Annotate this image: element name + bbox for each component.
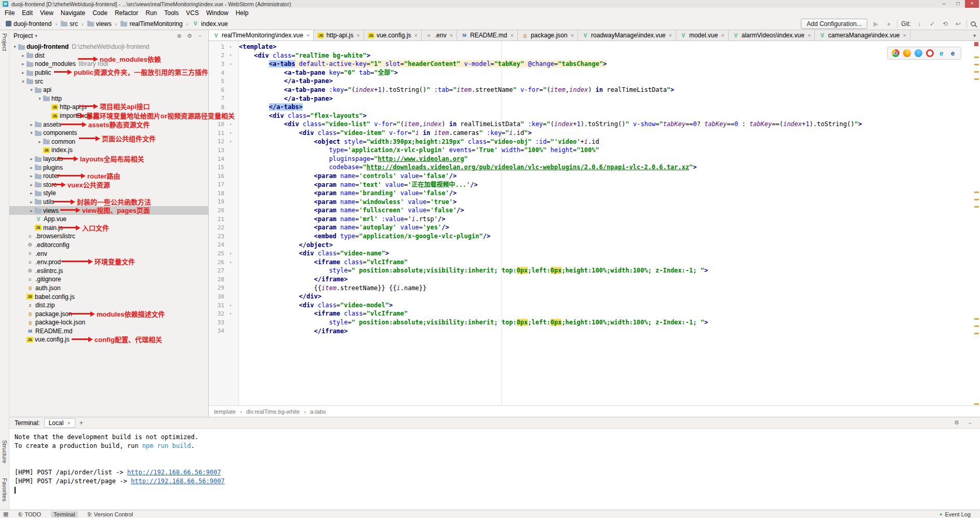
breadcrumb-item[interactable]: src <box>59 20 79 28</box>
tree-item[interactable]: ▸views <box>9 206 208 215</box>
favorites-stripe-button[interactable]: Favorites <box>2 475 8 505</box>
git-update-icon[interactable]: ↓ <box>915 20 924 28</box>
tab-list-dropdown-icon[interactable]: ▾ <box>969 30 980 40</box>
code-line[interactable]: {{item.streetName}} {{i.name}} <box>239 284 973 293</box>
chevron-right-icon[interactable]: ▸ <box>28 165 35 170</box>
menu-file[interactable]: File <box>1 8 18 18</box>
close-icon[interactable]: × <box>571 32 574 38</box>
fold-marker-icon[interactable]: ▾ <box>224 139 237 144</box>
code-line[interactable]: <embed type="application/x-google-vlc-pl… <box>239 232 973 241</box>
terminal-output[interactable]: Note that the development build is not o… <box>9 429 980 495</box>
code-area[interactable]: <template> <div class="realTime bg-white… <box>239 41 973 405</box>
editor-tab[interactable]: VroadwayManage\index.vue× <box>578 30 676 40</box>
code-line[interactable]: <div class="realTime bg-white"> <box>239 51 973 60</box>
fold-marker-icon[interactable]: ▾ <box>224 311 237 316</box>
chevron-right-icon[interactable]: ▸ <box>36 139 43 144</box>
code-line[interactable]: <a-tab-pane :key="(index+1).toString()" … <box>239 86 973 94</box>
tree-item[interactable]: ▾components <box>9 129 208 138</box>
tree-item[interactable]: ≡.env <box>9 249 208 258</box>
event-log-label[interactable]: Event Log <box>945 511 971 517</box>
new-terminal-button[interactable]: + <box>79 419 84 427</box>
code-line[interactable]: </a-tab-pane> <box>239 94 973 103</box>
git-commit-icon[interactable]: ✓ <box>928 20 937 28</box>
code-line[interactable]: <param name='windowless' value='true'> <box>239 198 973 207</box>
chevron-right-icon[interactable]: ▸ <box>28 173 35 179</box>
maximize-button[interactable]: □ <box>951 0 965 8</box>
code-line[interactable]: <div class="flex-layouts"> <box>239 112 973 120</box>
chevron-right-icon[interactable]: ▸ <box>28 182 35 187</box>
code-line[interactable]: <template> <box>239 43 973 51</box>
edge-browser-icon[interactable]: e <box>949 49 957 57</box>
minimize-button[interactable]: – <box>937 0 951 8</box>
code-line[interactable]: style=" position:absolute;visibility:inh… <box>239 318 973 327</box>
tree-item[interactable]: ▾src <box>9 77 208 86</box>
menu-code[interactable]: Code <box>89 8 111 18</box>
terminal-settings-icon[interactable]: ⚙ <box>952 419 961 426</box>
tree-item[interactable]: ⚙.editorconfig <box>9 241 208 250</box>
breadcrumb-item[interactable]: duoji-frontend <box>4 20 53 28</box>
fold-marker-icon[interactable]: ▾ <box>224 251 237 256</box>
safari-browser-icon[interactable] <box>915 49 922 57</box>
chevron-right-icon[interactable]: ▸ <box>28 199 35 205</box>
tool-window-switcher-icon[interactable]: ▦ <box>3 511 8 517</box>
code-line[interactable]: <a-tabs default-active-key="1" slot="hea… <box>239 60 973 69</box>
close-icon[interactable]: × <box>356 32 359 38</box>
code-line[interactable]: </div> <box>239 292 973 301</box>
run-icon[interactable]: ▶ <box>871 20 880 28</box>
chevron-down-icon[interactable]: ▾ <box>36 96 43 101</box>
tree-item[interactable]: ▸store <box>9 181 208 189</box>
tree-item[interactable]: VApp.vue <box>9 215 208 224</box>
fold-marker-icon[interactable]: ▾ <box>224 62 237 66</box>
editor-tab[interactable]: ValarmVideos\index.vue× <box>729 30 815 40</box>
code-line[interactable]: type='application/x-vlc-plugin' events='… <box>239 146 973 155</box>
chevron-down-icon[interactable]: ▾ <box>28 130 35 135</box>
hide-panel-icon[interactable]: − <box>196 33 204 39</box>
editor-breadcrumb-item[interactable]: div.realTime.bg-white <box>246 408 300 415</box>
tree-item[interactable]: ▾http <box>9 94 208 103</box>
code-line[interactable]: <div class="video-name"> <box>239 249 973 258</box>
status-terminal[interactable]: Terminal <box>51 511 78 517</box>
tree-item[interactable]: JSmain.js <box>9 223 208 232</box>
chevron-down-icon[interactable]: ▾ <box>28 87 35 92</box>
fold-marker-icon[interactable]: ▾ <box>224 45 237 49</box>
code-line[interactable]: <param name='mrl' :value='i.rtsp'/> <box>239 215 973 224</box>
code-line[interactable]: <param name='branding' value='false'/> <box>239 189 973 198</box>
editor-tab[interactable]: VrealTimeMonitoring\index.vue× <box>209 30 314 40</box>
fold-marker-icon[interactable]: ▾ <box>224 260 237 265</box>
code-line[interactable]: <iframe class="vlcIframe" <box>239 309 973 318</box>
tree-item[interactable]: ▸common <box>9 138 208 146</box>
chevron-down-icon[interactable]: ▾ <box>11 44 18 49</box>
tree-item[interactable]: JSvue.config.js <box>9 335 208 344</box>
menu-run[interactable]: Run <box>142 8 160 18</box>
close-icon[interactable]: × <box>903 32 906 38</box>
code-line[interactable]: <div class="video-item" v-for="i in item… <box>239 129 973 138</box>
close-icon[interactable]: × <box>306 32 310 38</box>
close-icon[interactable]: × <box>721 32 724 38</box>
tree-item[interactable]: ≡.browserslistrc <box>9 232 208 241</box>
editor-tab[interactable]: Vmodel.vue× <box>676 30 729 40</box>
code-line[interactable]: <div class="video-list" v-for="(item,ind… <box>239 120 973 129</box>
code-line[interactable]: </a-tabs> <box>239 103 973 112</box>
code-line[interactable]: <div class="video-model"> <box>239 301 973 310</box>
chrome-browser-icon[interactable] <box>892 49 900 57</box>
chevron-right-icon[interactable]: ▸ <box>28 156 35 161</box>
code-line[interactable]: <param name='controls' value='false'/> <box>239 172 973 181</box>
code-line[interactable]: <iframe class="vlcIframe" <box>239 258 973 267</box>
code-line[interactable]: <param name='text' value='正在加载视频中...'/> <box>239 181 973 189</box>
close-icon[interactable]: × <box>450 32 453 38</box>
fold-marker-icon[interactable]: ▾ <box>224 114 237 118</box>
tree-item[interactable]: ▾api <box>9 86 208 94</box>
tree-item[interactable]: JSimportExcel.js <box>9 112 208 120</box>
editor-tab[interactable]: ≡.env× <box>422 30 457 40</box>
code-line[interactable]: <param name='autoplay' value='yes'/> <box>239 223 973 232</box>
ie-browser-icon[interactable]: e <box>937 49 945 57</box>
menu-view[interactable]: View <box>36 8 57 18</box>
tree-item[interactable]: ▾duoji-frontendD:\zheheWeb\duoji-fronten… <box>9 43 208 51</box>
terminal-tab-local[interactable]: Local × <box>44 418 75 428</box>
tree-item[interactable]: ▸router <box>9 172 208 181</box>
project-stripe-button[interactable]: Project <box>2 30 8 54</box>
chevron-down-icon[interactable]: ▾ <box>20 79 26 84</box>
code-line[interactable]: codebase="http://downloads.videolan.org/… <box>239 163 973 172</box>
code-line[interactable]: style=" position:absolute;visibility:inh… <box>239 266 973 275</box>
firefox-browser-icon[interactable] <box>903 49 911 57</box>
